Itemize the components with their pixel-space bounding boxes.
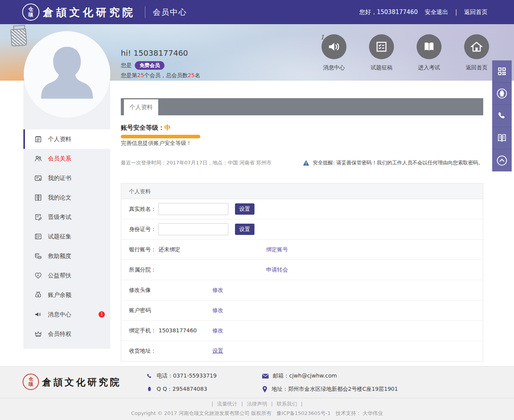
traffic-stats-link[interactable]: 流量统计	[217, 401, 237, 407]
change-avatar-link[interactable]: 修改	[212, 287, 223, 294]
sidebar-menu: 个人资料 会员关系 我的证书 我的论文 晋级考试 试题征集 救助额度 公益帮扶	[23, 129, 110, 344]
footer-qq-line: Q Q：2954874083	[146, 385, 217, 394]
logout-link[interactable]: 安全退出	[425, 9, 448, 16]
set-real-name-button[interactable]: 设置	[235, 203, 254, 215]
sidebar-item-label: 个人资料	[48, 136, 71, 143]
rank-prefix: 您是第	[121, 72, 137, 78]
checklist-icon	[369, 34, 394, 59]
row-bank-account: 银行账号： 还未绑定 绑定账号	[121, 240, 483, 260]
security-level-title: 账号安全等级：中	[121, 124, 171, 132]
phone-contact-button[interactable]	[492, 105, 512, 127]
quick-question-submission[interactable]: 试题征稿	[362, 34, 401, 71]
exam-pencil-icon	[34, 213, 42, 221]
sidebar-item-certificates[interactable]: 我的证书	[23, 168, 110, 188]
book-icon	[496, 132, 507, 143]
brand-title: 倉頡文化研究院	[43, 5, 136, 19]
speaker-icon	[321, 34, 346, 59]
notepad-icon	[34, 135, 42, 143]
sidebar-item-question-collection[interactable]: 试题征集	[23, 227, 110, 246]
avatar[interactable]	[24, 31, 110, 118]
contact-us-link[interactable]: 联系我们	[277, 401, 297, 407]
pipe: |	[271, 401, 273, 407]
member-type-line: 您是 免费会员	[121, 61, 200, 70]
brand-seal-logo: 仓 颉	[22, 4, 39, 21]
bind-bank-link[interactable]: 绑定账号	[266, 246, 288, 253]
certificate-icon	[34, 174, 42, 182]
member-rank-line: 您是第25个会员，总会员数25名	[121, 72, 200, 79]
sidebar-item-label: 会员特权	[48, 330, 71, 338]
pipe: |	[212, 401, 213, 407]
sidebar-item-profile[interactable]: 个人资料	[23, 129, 110, 149]
sidebar-item-message-center[interactable]: 消息中心 1	[23, 305, 110, 324]
message-count-badge: 1	[99, 311, 105, 318]
set-id-number-button[interactable]: 设置	[235, 224, 254, 235]
id-number-label: 身份证号：	[129, 226, 156, 233]
rank-number: 25	[137, 72, 144, 78]
real-name-label: 真实姓名：	[129, 206, 156, 213]
footer-contact-col1: 电话：0371-55933719 Q Q：2954874083	[146, 371, 217, 394]
bank-value: 还未绑定	[159, 246, 180, 253]
transfer-request-link[interactable]: 申请转会	[266, 266, 288, 274]
header-user-area: 您好，15038177460 安全退出 | 返回首页	[359, 0, 488, 24]
pages-icon	[34, 193, 42, 202]
set-address-link[interactable]: 设置	[212, 348, 223, 355]
id-number-input[interactable]	[158, 223, 228, 235]
portal-title: 会员中心	[153, 7, 187, 18]
qq-contact-button[interactable]	[492, 83, 512, 105]
qq-icon	[146, 386, 153, 393]
panel-title: 个人资料	[121, 184, 483, 199]
quick-enter-exam[interactable]: 进入考试	[410, 34, 449, 71]
footer-brand: 倉頡文化研究院	[42, 376, 121, 388]
quick-label: 返回首页	[457, 64, 496, 71]
sidebar-item-label: 晋级考试	[48, 214, 71, 221]
rank-mid: 个会员，总会员数	[144, 72, 188, 78]
quick-label: 进入考试	[410, 64, 449, 71]
sidebar-item-label: 消息中心	[48, 311, 71, 318]
sidebar-item-aid-quota[interactable]: 救助额度	[23, 246, 110, 266]
footer-contact-col2: 邮箱：cjwh@cjwhw.com 地址：郑州市金水区绿地新都会2号楼C座19层…	[262, 371, 398, 394]
sidebar-item-papers[interactable]: 我的论文	[23, 188, 110, 207]
rank-suffix: 名	[195, 72, 200, 78]
balloon-basket-image	[11, 28, 27, 47]
qq-number: 2954874083	[173, 386, 207, 392]
sidebar-item-member-relations[interactable]: 会员关系	[23, 149, 110, 168]
phone-icon	[497, 111, 507, 121]
header-divider	[145, 6, 145, 18]
guide-book-button[interactable]	[492, 127, 512, 149]
quick-back-home[interactable]: 返回首页	[457, 34, 496, 71]
free-member-badge: 免费会员	[135, 61, 164, 70]
footer-phone-line: 电话：0371-55933719	[146, 371, 217, 381]
row-branch: 所属分院： 申请转会	[121, 260, 483, 280]
legal-notice-link[interactable]: 法律声明	[247, 401, 267, 407]
row-real-name: 真实姓名： 设置	[121, 199, 483, 219]
footer-address-line: 地址：郑州市金水区绿地新都会2号楼C座19层1901	[262, 385, 398, 394]
back-to-top-button[interactable]	[492, 149, 512, 171]
sidebar-item-balance[interactable]: 账户余额	[23, 285, 110, 305]
sidebar-item-charity[interactable]: 公益帮扶	[23, 266, 110, 285]
home-icon	[464, 34, 489, 59]
sidebar-item-promotion-exam[interactable]: 晋级考试	[23, 207, 110, 227]
last-login-text: 最近一次登录时间：2017年07月17日，地点：中国 河南省 郑州市	[121, 159, 271, 166]
change-phone-link[interactable]: 修改	[212, 327, 223, 334]
pipe: |	[301, 401, 302, 407]
quick-message-center[interactable]: 消息中心	[314, 34, 353, 71]
sidebar-item-label: 我的论文	[48, 194, 71, 201]
qr-code-button[interactable]	[492, 60, 512, 83]
real-name-input[interactable]	[158, 203, 228, 215]
security-level-bar	[121, 135, 200, 138]
qq-icon	[496, 88, 508, 99]
tab-profile[interactable]: 个人资料	[124, 99, 158, 115]
qq-label: Q Q：	[157, 386, 173, 392]
security-level-label: 账号安全等级：	[121, 124, 164, 131]
qr-code-icon	[497, 66, 507, 76]
password-label: 账户密码	[129, 307, 151, 314]
sidebar-item-member-privileges[interactable]: 会员特权	[23, 324, 110, 344]
open-book-icon	[417, 34, 442, 59]
change-password-link[interactable]: 修改	[212, 307, 223, 314]
email-label: 邮箱：	[273, 372, 289, 379]
speaker-icon	[34, 310, 42, 319]
security-hint: 完善信息提供账户安全等级！	[121, 140, 192, 147]
phone-number: 0371-55933719	[173, 372, 217, 379]
location-pin-icon	[262, 386, 268, 393]
home-link[interactable]: 返回首页	[464, 9, 488, 16]
